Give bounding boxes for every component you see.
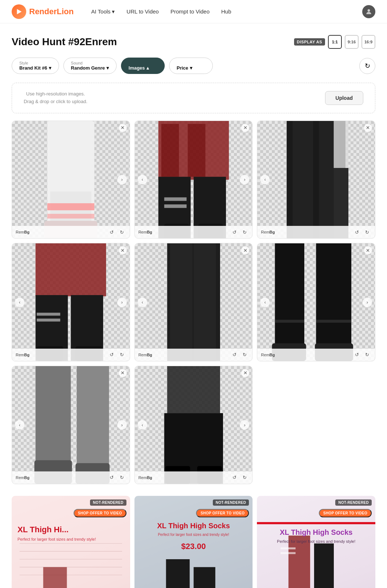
user-avatar[interactable] xyxy=(362,5,375,18)
close-button-1[interactable]: ✕ xyxy=(119,124,127,132)
svg-rect-9 xyxy=(188,124,205,177)
nav-links: AI Tools ▾ URL to Video Prompt to Video … xyxy=(91,8,362,15)
images-filter[interactable]: Images ▴ xyxy=(121,58,165,74)
shop-offer-button-1[interactable]: SHOP OFFER TO VIDEO xyxy=(74,509,126,517)
next-image-7[interactable]: › xyxy=(117,420,127,430)
preview-price-2: $23.00 xyxy=(140,542,247,551)
display-as-controls: DISPLAY AS 1:1 9:16 16:9 xyxy=(294,35,375,49)
chevron-down-icon: ▾ xyxy=(49,65,51,71)
rotate-left-button-1[interactable]: ↺ xyxy=(108,228,116,236)
rembg-button-7[interactable]: RemBg xyxy=(16,475,30,480)
rembg-button-5[interactable]: RemBg xyxy=(138,353,152,357)
price-filter[interactable]: Price ▾ xyxy=(169,58,213,74)
preview-card-3: NOT-RENDERED SHOP OFFER TO VIDEO XL Th xyxy=(257,496,375,588)
next-image-4[interactable]: › xyxy=(117,298,127,307)
nav-hub[interactable]: Hub xyxy=(221,8,231,15)
rotate-right-button-8[interactable]: ↻ xyxy=(241,474,249,482)
shop-offer-button-2[interactable]: SHOP OFFER TO VIDEO xyxy=(196,509,249,517)
ratio-16-9-button[interactable]: 16:9 xyxy=(361,35,375,49)
close-button-3[interactable]: ✕ xyxy=(364,124,372,132)
rotate-left-button-2[interactable]: ↺ xyxy=(230,228,238,236)
logo-icon xyxy=(12,4,26,19)
upload-button[interactable]: Upload xyxy=(325,91,363,105)
svg-rect-13 xyxy=(164,204,186,208)
ratio-9-16-button[interactable]: 9:16 xyxy=(345,35,359,49)
rembg-button-2[interactable]: RemBg xyxy=(138,230,152,234)
next-image-1[interactable]: › xyxy=(117,175,127,184)
refresh-icon: ↻ xyxy=(365,62,370,70)
rotate-right-button-3[interactable]: ↻ xyxy=(363,228,371,236)
nav-ai-tools[interactable]: AI Tools ▾ xyxy=(91,8,115,15)
image-card-3: ✕ ‹ › RemBg ↺ ↻ xyxy=(257,121,375,239)
close-button-7[interactable]: ✕ xyxy=(119,369,127,377)
preview-card-1: NOT-RENDERED SHOP OFFER TO VIDEO xyxy=(12,496,130,588)
rotate-right-button-1[interactable]: ↻ xyxy=(118,228,126,236)
image-card-7: ✕ ‹ › RemBg ↺ ↻ xyxy=(12,366,130,484)
play-icon xyxy=(15,8,23,16)
nav-prompt-to-video[interactable]: Prompt to Video xyxy=(171,8,210,15)
rembg-button-1[interactable]: RemBg xyxy=(16,230,30,234)
card-actions-3: ↺ ↻ xyxy=(353,228,371,236)
card-footer-4: RemBg ↺ ↻ xyxy=(12,349,130,361)
prev-image-4[interactable]: ‹ xyxy=(15,298,24,307)
svg-rect-12 xyxy=(164,197,186,201)
prev-image-3[interactable]: ‹ xyxy=(260,175,270,184)
rotate-left-button-8[interactable]: ↺ xyxy=(230,474,238,482)
not-rendered-badge-3: NOT-RENDERED xyxy=(335,499,372,506)
prev-image-6[interactable]: ‹ xyxy=(260,298,270,307)
chevron-down-icon: ▾ xyxy=(112,8,115,15)
svg-rect-65 xyxy=(281,547,296,549)
refresh-button[interactable]: ↻ xyxy=(359,58,375,74)
rotate-left-button-3[interactable]: ↺ xyxy=(353,228,361,236)
rotate-left-button-4[interactable]: ↺ xyxy=(108,351,116,359)
rembg-button-3[interactable]: RemBg xyxy=(261,230,275,234)
image-card-5: ✕ ‹ › RemBg ↺ ↻ xyxy=(134,243,253,361)
next-image-2[interactable]: › xyxy=(240,175,249,184)
rotate-right-button-2[interactable]: ↻ xyxy=(241,228,249,236)
nav-url-to-video[interactable]: URL to Video xyxy=(126,8,159,15)
ratio-1-1-button[interactable]: 1:1 xyxy=(328,35,342,49)
prev-image-2[interactable]: ‹ xyxy=(138,175,147,184)
image-card-4: ✕ ‹ › RemBg ↺ ↻ xyxy=(12,243,130,361)
prev-image-7[interactable]: ‹ xyxy=(15,420,24,430)
rotate-left-button-6[interactable]: ↺ xyxy=(353,351,361,359)
card-footer-7: RemBg ↺ ↻ xyxy=(12,471,130,484)
preview-title-3: XL Thigh High Socks xyxy=(263,528,370,537)
rembg-button-6[interactable]: RemBg xyxy=(261,353,275,357)
image-card-6: ✕ ‹ › RemBg ↺ ↻ xyxy=(257,243,375,361)
close-button-4[interactable]: ✕ xyxy=(119,246,127,254)
rotate-left-button-5[interactable]: ↺ xyxy=(230,351,238,359)
sound-filter[interactable]: Sound Random Genre ▾ xyxy=(63,58,117,74)
rembg-button-4[interactable]: RemBg xyxy=(16,353,30,357)
preview-subtitle-1: Perfect for larger foot sizes and trendy… xyxy=(17,537,124,542)
svg-rect-62 xyxy=(314,543,334,588)
prev-image-8[interactable]: ‹ xyxy=(138,420,147,430)
upload-area[interactable]: Use high-resolution images. Drag & drop … xyxy=(12,83,375,113)
not-rendered-badge-2: NOT-RENDERED xyxy=(213,499,249,506)
logo[interactable]: RenderLion xyxy=(12,4,74,19)
next-image-6[interactable]: › xyxy=(363,298,372,307)
next-image-8[interactable]: › xyxy=(240,420,249,430)
main-content: Video Hunt #92Enrem DISPLAY AS 1:1 9:16 … xyxy=(0,23,387,588)
shop-offer-button-3[interactable]: SHOP OFFER TO VIDEO xyxy=(319,509,372,517)
filter-bar: Style Brand Kit #6 ▾ Sound Random Genre … xyxy=(12,58,375,74)
rotate-right-button-6[interactable]: ↻ xyxy=(363,351,371,359)
image-grid: ✕ ‹ › RemBg ↺ ↻ xyxy=(12,121,375,484)
rotate-right-button-4[interactable]: ↻ xyxy=(118,351,126,359)
svg-rect-55 xyxy=(166,559,189,588)
prev-image-5[interactable]: ‹ xyxy=(138,298,147,307)
preview-title-2: XL Thigh High Socks xyxy=(140,521,247,530)
svg-rect-34 xyxy=(316,320,352,323)
rotate-left-button-7[interactable]: ↺ xyxy=(108,474,116,482)
rotate-right-button-5[interactable]: ↻ xyxy=(241,351,249,359)
svg-rect-30 xyxy=(193,243,216,361)
style-filter[interactable]: Style Brand Kit #6 ▾ xyxy=(12,58,59,74)
svg-rect-24 xyxy=(37,313,60,316)
not-rendered-badge-1: NOT-RENDERED xyxy=(90,499,126,506)
svg-rect-4 xyxy=(47,203,94,210)
svg-marker-0 xyxy=(17,9,22,14)
rotate-right-button-7[interactable]: ↻ xyxy=(118,474,126,482)
close-button-2[interactable]: ✕ xyxy=(241,124,249,132)
svg-point-1 xyxy=(368,9,370,12)
rembg-button-8[interactable]: RemBg xyxy=(138,475,152,480)
